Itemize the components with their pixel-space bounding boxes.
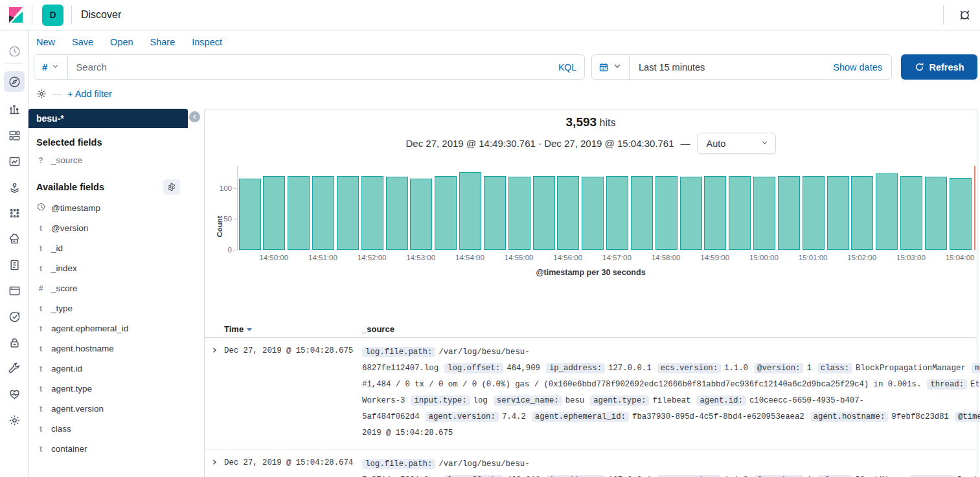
nav-uptime-icon[interactable]	[4, 306, 25, 327]
histogram-bar[interactable]	[655, 176, 678, 250]
field-name: container	[51, 444, 87, 454]
histogram-bar[interactable]	[876, 173, 898, 250]
filter-settings-gear-icon[interactable]	[36, 89, 47, 99]
collapse-sidebar-button[interactable]	[189, 111, 200, 122]
toolbar-link-share[interactable]: Share	[150, 37, 176, 47]
field-type-string-icon: t	[36, 445, 45, 454]
x-axis-tick-label: 15:03:00	[896, 254, 926, 261]
histogram-bar[interactable]	[680, 177, 702, 250]
toolbar-link-inspect[interactable]: Inspect	[192, 37, 222, 47]
field-settings-gear-icon[interactable]	[163, 179, 180, 195]
field-item-@version[interactable]: t@version	[28, 218, 188, 238]
histogram-chart[interactable]: Count 14:50:0014:51:0014:52:0014:53:0014…	[205, 157, 977, 315]
add-filter-button[interactable]: + Add filter	[67, 89, 112, 99]
nav-compass-icon[interactable]	[4, 71, 25, 92]
histogram-bar[interactable]	[900, 176, 922, 250]
kibana-logo[interactable]	[0, 0, 32, 30]
histogram-bar[interactable]	[435, 176, 457, 250]
histogram-bar[interactable]	[925, 177, 947, 250]
field-item-@timestamp[interactable]: @timestamp	[28, 197, 188, 218]
field-name: _source	[51, 155, 82, 165]
nav-management-gear-icon[interactable]	[4, 410, 25, 430]
histogram-bar[interactable]	[803, 176, 825, 250]
histogram-bar[interactable]	[239, 179, 261, 250]
histogram-bar[interactable]	[851, 176, 873, 250]
field-item-container[interactable]: tcontainer	[28, 439, 188, 459]
search-input[interactable]	[68, 61, 551, 72]
index-pattern-selector[interactable]: besu-*	[28, 109, 188, 128]
histogram-bar[interactable]	[778, 176, 800, 250]
field-item-agent.hostname[interactable]: tagent.hostname	[28, 338, 188, 359]
nav-siem-lock-icon[interactable]	[4, 332, 25, 353]
expand-row-chevron-right-icon[interactable]	[205, 344, 224, 357]
histogram-bar[interactable]	[950, 178, 972, 250]
field-item-_index[interactable]: t_index	[28, 258, 188, 278]
field-item-agent.id[interactable]: tagent.id	[28, 359, 188, 379]
histogram-bar[interactable]	[606, 176, 628, 250]
chevron-down-icon	[612, 61, 622, 73]
nav-bar-chart-icon[interactable]	[4, 99, 25, 120]
hash-icon: #	[42, 61, 47, 72]
field-item-agent.version[interactable]: tagent.version	[28, 399, 188, 419]
refresh-button[interactable]: Refresh	[901, 54, 977, 80]
field-item-_score[interactable]: #_score	[28, 278, 188, 298]
time-column-header[interactable]: Time	[224, 324, 362, 334]
histogram-bar[interactable]	[337, 176, 359, 250]
toolbar-link-save[interactable]: Save	[72, 37, 93, 47]
histogram-bar[interactable]	[704, 176, 726, 250]
nav-apm-icon[interactable]	[4, 280, 25, 301]
field-item-_source[interactable]: ?_source	[28, 150, 188, 170]
show-dates-button[interactable]: Show dates	[824, 62, 891, 72]
range-separator: —	[681, 138, 690, 149]
nav-stack-monitoring-heart-icon[interactable]	[4, 384, 25, 405]
nav-dashboard-icon[interactable]	[4, 125, 25, 146]
histogram-plot-area[interactable]	[237, 166, 972, 250]
histogram-bar[interactable]	[533, 176, 555, 250]
y-axis-tick-mark	[233, 219, 237, 219]
field-item-class[interactable]: tclass	[28, 419, 188, 439]
filter-type-button[interactable]: #	[34, 55, 68, 79]
nav-clock-icon[interactable]	[4, 41, 25, 61]
toolbar-link-new[interactable]: New	[36, 37, 55, 47]
document-table-header: Time _source	[205, 320, 977, 338]
field-item-agent.type[interactable]: tagent.type	[28, 379, 188, 399]
histogram-bar[interactable]	[753, 177, 775, 250]
histogram-bar[interactable]	[361, 176, 383, 250]
field-chip: log.offset:	[444, 363, 503, 373]
y-axis-tick-label: 0	[212, 246, 232, 254]
nav-infrastructure-icon[interactable]	[4, 228, 25, 249]
kql-button[interactable]: KQL	[551, 62, 584, 72]
toolbar-link-open[interactable]: Open	[110, 37, 133, 47]
field-chip: message:	[972, 363, 980, 373]
histogram-bar[interactable]	[631, 176, 653, 250]
expand-row-chevron-right-icon[interactable]	[205, 456, 224, 469]
histogram-bar[interactable]	[288, 176, 310, 250]
nav-dev-tools-wrench-icon[interactable]	[4, 358, 25, 379]
nav-machine-learning-icon[interactable]	[4, 203, 25, 223]
time-range-value[interactable]: Last 15 minutes	[630, 62, 824, 72]
histogram-bar[interactable]	[484, 176, 506, 250]
field-item-_id[interactable]: t_id	[28, 238, 188, 258]
nav-canvas-icon[interactable]	[4, 151, 25, 172]
nav-logs-icon[interactable]	[4, 254, 25, 275]
histogram-bar[interactable]	[729, 176, 751, 250]
x-axis-tick-label: 14:50:00	[259, 254, 288, 261]
y-axis-tick-label: 100	[212, 184, 232, 192]
histogram-bar[interactable]	[827, 176, 849, 250]
histogram-bar[interactable]	[508, 177, 530, 250]
field-value: 7.4.2	[502, 412, 526, 421]
histogram-bar[interactable]	[410, 179, 432, 250]
field-item-agent.ephemeral_id[interactable]: tagent.ephemeral_id	[28, 318, 188, 338]
interval-select[interactable]: Auto	[697, 133, 776, 154]
histogram-bar[interactable]	[557, 176, 579, 250]
histogram-bar[interactable]	[312, 176, 334, 250]
histogram-bar[interactable]	[582, 177, 604, 250]
calendar-button[interactable]	[592, 55, 630, 79]
histogram-bar[interactable]	[386, 177, 408, 250]
help-icon[interactable]	[955, 6, 974, 24]
field-type-string-icon: t	[36, 425, 45, 434]
histogram-bar[interactable]	[263, 176, 285, 250]
nav-maps-icon[interactable]	[4, 177, 25, 197]
field-item-_type[interactable]: t_type	[28, 298, 188, 318]
histogram-bar[interactable]	[459, 172, 481, 250]
